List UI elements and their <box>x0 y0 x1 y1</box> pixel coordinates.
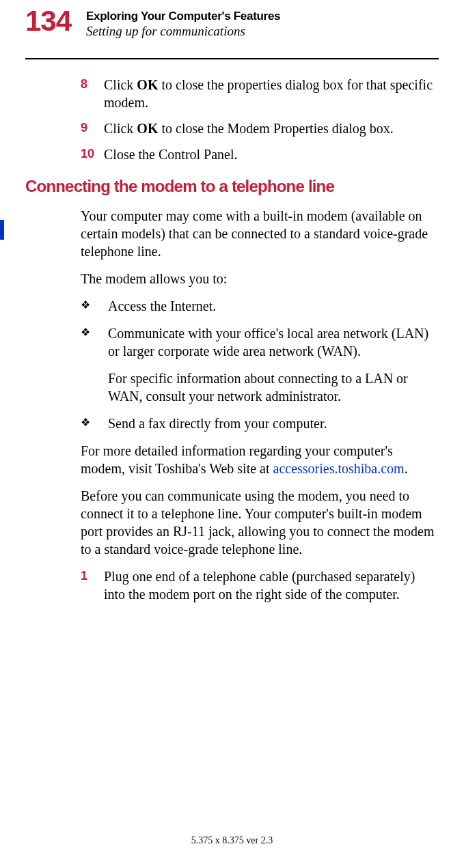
page-footer: 5.375 x 8.375 ver 2.3 <box>0 835 464 846</box>
step-item: 8 Click OK to close the properties dialo… <box>81 76 437 111</box>
side-tab-marker <box>0 220 4 240</box>
step-text: Click OK to close the Modem Properties d… <box>104 120 437 137</box>
step-number: 8 <box>81 76 104 111</box>
diamond-bullet-icon: ❖ <box>81 297 108 315</box>
content-area: 8 Click OK to close the properties dialo… <box>0 76 464 163</box>
page-header: 134 Exploring Your Computer's Features S… <box>0 0 464 39</box>
section-heading: Connecting the modem to a telephone line <box>25 177 464 196</box>
step-text: Close the Control Panel. <box>104 145 437 163</box>
bullet-item: ❖ Communicate with your office's local a… <box>81 324 437 405</box>
steps-list-upper: 8 Click OK to close the properties dialo… <box>81 76 437 163</box>
bullet-item: ❖ Access the Internet. <box>81 297 437 315</box>
paragraph: The modem allows you to: <box>81 270 437 288</box>
bullet-text: Access the Internet. <box>108 297 437 315</box>
page-number: 134 <box>25 7 71 36</box>
website-link[interactable]: accessories.toshiba.com <box>273 461 405 476</box>
bullet-list: ❖ Access the Internet. ❖ Communicate wit… <box>81 297 437 432</box>
diamond-bullet-icon: ❖ <box>81 324 108 405</box>
diamond-bullet-icon: ❖ <box>81 415 108 432</box>
step-item: 10 Close the Control Panel. <box>81 145 437 163</box>
paragraph-with-link: For more detailed information regarding … <box>81 442 437 477</box>
section-subtitle: Setting up for communications <box>86 24 280 39</box>
header-divider <box>25 58 439 59</box>
step-text: Click OK to close the properties dialog … <box>104 76 437 111</box>
content-area-lower: Your computer may come with a built-in m… <box>0 207 464 603</box>
step-number: 1 <box>81 568 104 603</box>
bullet-sub-paragraph: For specific information about connectin… <box>108 369 437 405</box>
steps-list-lower: 1 Plug one end of a telephone cable (pur… <box>81 568 437 603</box>
header-titles: Exploring Your Computer's Features Setti… <box>86 7 280 39</box>
bullet-item: ❖ Send a fax directly from your computer… <box>81 415 437 432</box>
step-item: 1 Plug one end of a telephone cable (pur… <box>81 568 437 603</box>
chapter-title: Exploring Your Computer's Features <box>86 10 280 23</box>
paragraph: Your computer may come with a built-in m… <box>81 207 437 260</box>
paragraph: Before you can communicate using the mod… <box>81 487 437 558</box>
step-number: 9 <box>81 120 104 137</box>
bullet-text: Communicate with your office's local are… <box>108 324 437 405</box>
bullet-text: Send a fax directly from your computer. <box>108 415 437 432</box>
step-text: Plug one end of a telephone cable (purch… <box>104 568 437 603</box>
step-number: 10 <box>81 145 104 163</box>
step-item: 9 Click OK to close the Modem Properties… <box>81 120 437 137</box>
